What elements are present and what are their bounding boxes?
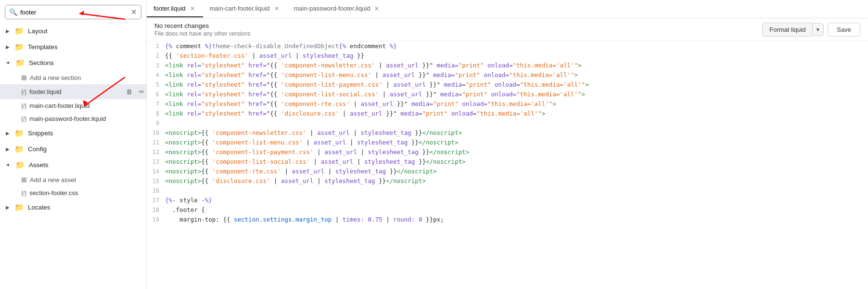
chevron-down-icon: ▼ [5,61,11,66]
sidebar-item-config[interactable]: ▶ 📁 Config [0,141,146,157]
chevron-right-icon: ▶ [6,146,10,152]
add-section-icon: ⊞ [21,74,27,81]
folder-open-icon: 📁 [15,58,25,67]
search-icon: 🔍 [9,8,17,16]
code-line-8: 8 <link rel="stylesheet" href="{{ 'discl… [147,109,868,118]
tab-main-cart-footer-close[interactable]: ✕ [273,5,281,13]
code-line-11: 11 <noscript>{{ 'component-list-menu.css… [147,138,868,147]
rename-footer-button[interactable]: ✏ [137,87,146,96]
folder-icon: 📁 [14,144,24,154]
code-line-13: 13 <noscript>{{ 'component-list-social.c… [147,157,868,167]
add-asset-label: Add a new asset [30,176,76,184]
search-bar[interactable]: 🔍 ✕ [5,5,141,19]
sidebar-item-templates[interactable]: ▶ 📁 Templates [0,39,146,55]
code-line-9: 9 [147,118,868,128]
sidebar-item-assets-label: Assets [29,161,49,169]
save-button[interactable]: Save [828,23,860,37]
sidebar-item-templates-label: Templates [28,43,58,51]
sidebar-item-snippets-label: Snippets [28,130,53,137]
sidebar-item-layout-label: Layout [28,27,48,35]
sidebar-item-section-footer-css[interactable]: {/} section-footer.css [0,186,146,199]
tab-footer-liquid[interactable]: footer.liquid ✕ [147,1,203,17]
tab-footer-liquid-label: footer.liquid [153,5,186,12]
code-line-7: 7 <link rel="stylesheet" href="{{ 'compo… [147,99,868,109]
sidebar-item-main-password-footer-label: main-password-footer.liquid [29,115,106,122]
code-line-1: 1 {% comment %}theme-check-disable Undef… [147,41,868,51]
code-line-19: 19 margin-top: {{ section.settings.margi… [147,215,868,224]
file-liquid-icon: {/} [21,116,26,122]
folder-icon: 📁 [14,26,24,36]
sidebar-item-config-label: Config [28,145,47,153]
sidebar-item-footer-liquid-label: footer.liquid [29,88,62,95]
sidebar: 🔍 ✕ ▶ 📁 Layout ▶ 📁 Templates ▼ 📁 Section… [0,0,147,289]
chevron-down-icon: ▼ [5,163,11,168]
sidebar-item-layout[interactable]: ▶ 📁 Layout [0,23,146,39]
sidebar-item-sections-label: Sections [29,59,54,66]
tabs-bar: footer.liquid ✕ main-cart-footer.liquid … [147,0,868,18]
sidebar-item-sections[interactable]: ▼ 📁 Sections [0,55,146,71]
sidebar-item-main-cart-footer-label: main-cart-footer.liquid [29,102,89,109]
add-new-section-item[interactable]: ⊞ Add a new section [0,71,146,84]
toolbar-actions: Format liquid ▾ Save [762,23,860,37]
toolbar: No recent changes File does not have any… [147,18,868,41]
status-sub-text: File does not have any other versions [154,30,250,37]
code-editor[interactable]: 1 {% comment %}theme-check-disable Undef… [147,41,868,289]
status-text: No recent changes [154,22,250,29]
folder-icon: 📁 [14,42,24,52]
chevron-right-icon: ▶ [6,205,10,210]
code-line-2: 2 {{ 'section-footer.css' | asset_url | … [147,51,868,61]
add-asset-icon: ⊞ [21,176,27,184]
code-line-12: 12 <noscript>{{ 'component-list-payment.… [147,147,868,157]
folder-icon: 📁 [14,129,24,138]
delete-footer-button[interactable]: 🗑 [124,87,134,96]
clear-icon[interactable]: ✕ [131,8,137,16]
sidebar-item-main-cart-footer[interactable]: {/} main-cart-footer.liquid [0,99,146,112]
main-editor: footer.liquid ✕ main-cart-footer.liquid … [147,0,868,289]
sidebar-item-assets[interactable]: ▼ 📁 Assets [0,157,146,173]
tab-main-password-footer-close[interactable]: ✕ [373,5,381,13]
code-line-17: 17 {%- style -%} [147,196,868,205]
folder-open-icon: 📁 [15,160,25,170]
file-actions: 🗑 ✏ [124,87,146,96]
sidebar-item-locales-label: Locales [28,204,51,211]
code-line-18: 18 .footer { [147,205,868,215]
code-line-10: 10 <noscript>{{ 'component-newsletter.cs… [147,128,868,138]
sidebar-item-footer-liquid[interactable]: {/} footer.liquid 🗑 ✏ [0,84,146,99]
code-line-3: 3 <link rel="stylesheet" href="{{ 'compo… [147,61,868,70]
tab-main-cart-footer[interactable]: main-cart-footer.liquid ✕ [203,1,287,17]
add-new-asset-item[interactable]: ⊞ Add a new asset [0,173,146,186]
format-dropdown-button[interactable]: ▾ [812,23,824,36]
file-liquid-icon: {/} [21,103,26,109]
code-line-6: 6 <link rel="stylesheet" href="{{ 'compo… [147,90,868,99]
chevron-right-icon: ▶ [6,44,10,50]
tab-footer-liquid-close[interactable]: ✕ [189,5,196,13]
file-css-icon: {/} [21,190,26,197]
sidebar-item-locales[interactable]: ▶ 📁 Locales [0,199,146,215]
file-liquid-icon: {/} [21,89,26,95]
search-input[interactable] [20,9,128,16]
folder-icon: 📁 [14,203,24,212]
chevron-right-icon: ▶ [6,131,10,136]
code-line-16: 16 [147,186,868,196]
sidebar-item-main-password-footer[interactable]: {/} main-password-footer.liquid [0,112,146,125]
format-liquid-button[interactable]: Format liquid [762,23,812,37]
sidebar-item-snippets[interactable]: ▶ 📁 Snippets [0,125,146,141]
code-line-5: 5 <link rel="stylesheet" href="{{ 'compo… [147,80,868,90]
add-section-label: Add a new section [30,74,81,81]
code-line-15: 15 <noscript>{{ 'disclosure.css' | asset… [147,176,868,186]
chevron-right-icon: ▶ [6,28,10,34]
sidebar-item-section-footer-css-label: section-footer.css [29,189,78,197]
code-line-14: 14 <noscript>{{ 'component-rte.css' | as… [147,167,868,176]
toolbar-status: No recent changes File does not have any… [154,22,250,37]
tab-main-cart-footer-label: main-cart-footer.liquid [210,5,270,12]
tab-main-password-footer[interactable]: main-password-footer.liquid ✕ [287,1,388,17]
tab-main-password-footer-label: main-password-footer.liquid [294,5,370,12]
code-line-4: 4 <link rel="stylesheet" href="{{ 'compo… [147,70,868,80]
